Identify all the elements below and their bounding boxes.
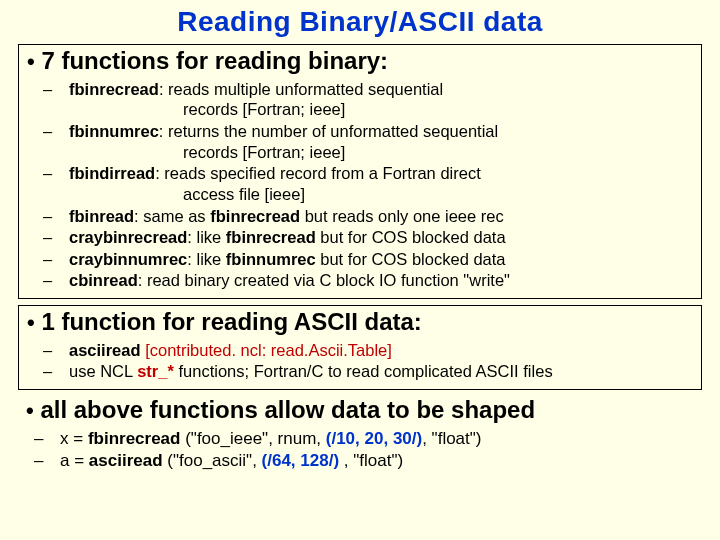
list-item: –fbinnumrec: returns the number of unfor… [57,121,693,162]
section-shaped: • all above functions allow data to be s… [18,396,702,471]
list-item: –craybinnumrec: like fbinnumrec but for … [57,249,693,270]
heading-text: 1 function for reading ASCII data: [41,308,421,335]
section-ascii: • 1 function for reading ASCII data: –as… [18,305,702,390]
bullet-icon: • [26,398,34,423]
list-item: –asciiread [contributed. ncl: read.Ascii… [57,340,693,361]
list-item: –fbinread: same as fbinrecread but reads… [57,206,693,227]
heading-text: 7 functions for reading binary: [41,47,388,74]
section-shaped-heading: • all above functions allow data to be s… [18,396,702,425]
list-item: –a = asciiread ("foo_ascii", (/64, 128/)… [48,450,702,471]
list-item: –fbinrecread: reads multiple unformatted… [57,79,693,120]
bullet-icon: • [27,310,35,335]
list-item: –fbindirread: reads specified record fro… [57,163,693,204]
heading-text: all above functions allow data to be sha… [40,396,535,423]
list-item: –craybinrecread: like fbinrecread but fo… [57,227,693,248]
list-item: –cbinread: read binary created via C blo… [57,270,693,291]
section-ascii-heading: • 1 function for reading ASCII data: [27,308,693,337]
section-binary: • 7 functions for reading binary: –fbinr… [18,44,702,299]
list-item: –use NCL str_* functions; Fortran/C to r… [57,361,693,382]
section-binary-heading: • 7 functions for reading binary: [27,47,693,76]
list-item: –x = fbinrecread ("foo_ieee", rnum, (/10… [48,428,702,449]
bullet-icon: • [27,49,35,74]
slide-title: Reading Binary/ASCII data [18,6,702,38]
